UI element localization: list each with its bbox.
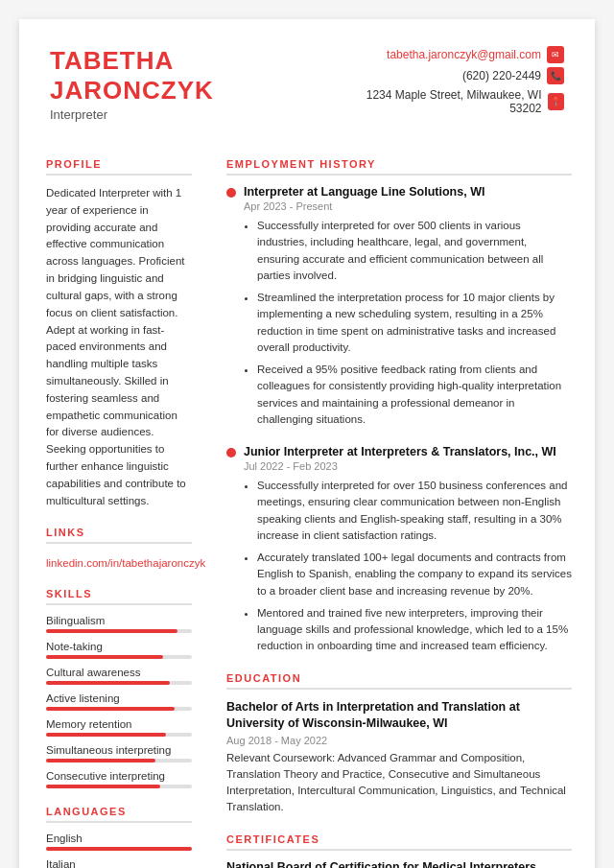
skill-item: Simultaneous interpreting — [46, 744, 192, 762]
email-icon: ✉ — [547, 46, 564, 63]
skill-bar-bg — [46, 785, 192, 788]
address-row: 1234 Maple Street, Milwaukee, WI 53202 📍 — [337, 88, 564, 115]
email-link[interactable]: tabetha.jaronczyk@gmail.com — [387, 48, 541, 61]
job-title: Interpreter — [50, 107, 337, 122]
linkedin-link[interactable]: linkedin.com/in/tabethajaronczyk — [46, 557, 205, 569]
email-row: tabetha.jaronczyk@gmail.com ✉ — [337, 46, 564, 63]
skill-item: Bilingualism — [46, 615, 192, 633]
skill-bar-bg — [46, 629, 192, 633]
skill-name: Consecutive interpreting — [46, 770, 192, 782]
job-entry: Junior Interpreter at Interpreters & Tra… — [226, 445, 572, 655]
skill-bar-fill — [46, 655, 163, 659]
degree-title: Bachelor of Arts in Interpretation and T… — [226, 699, 572, 733]
skill-bar-bg — [46, 733, 192, 737]
job-entry: Interpreter at Language Line Solutions, … — [226, 185, 572, 428]
skill-name: Note-taking — [46, 641, 192, 652]
skill-item: Memory retention — [46, 718, 192, 737]
job-header: Junior Interpreter at Interpreters & Tra… — [226, 445, 572, 458]
language-name: Italian — [46, 858, 192, 868]
job-dates: Jul 2022 - Feb 2023 — [244, 460, 572, 472]
language-item: English — [46, 833, 192, 851]
profile-section-title: PROFILE — [46, 158, 192, 176]
bullet-item: Successfully interpreted for over 500 cl… — [257, 218, 572, 284]
resume-container: TABETHA JARONCZYK Interpreter tabetha.ja… — [19, 19, 595, 868]
languages-section-title: LANGUAGES — [46, 806, 192, 823]
job-dates: Apr 2023 - Present — [244, 200, 572, 212]
skill-bar-fill — [46, 785, 160, 788]
jobs-list: Interpreter at Language Line Solutions, … — [226, 185, 572, 655]
phone-icon: 📞 — [547, 67, 564, 84]
job-header: Interpreter at Language Line Solutions, … — [226, 185, 572, 199]
skill-name: Cultural awareness — [46, 667, 192, 678]
skill-item: Active listening — [46, 692, 192, 711]
language-item: Italian — [46, 858, 192, 868]
bullet-item: Received a 95% positive feedback rating … — [257, 362, 572, 428]
education-section: Bachelor of Arts in Interpretation and T… — [226, 699, 572, 816]
education-section-title: EDUCATION — [226, 672, 572, 690]
job-title-text: Junior Interpreter at Interpreters & Tra… — [244, 445, 556, 458]
job-bullets: Successfully interpreted for over 500 cl… — [244, 218, 572, 428]
links-section: linkedin.com/in/tabethajaronczyk — [46, 553, 192, 571]
skill-item: Consecutive interpreting — [46, 770, 192, 788]
skill-bar-fill — [46, 733, 166, 737]
phone-text: (620) 220-2449 — [462, 69, 541, 82]
address-text: 1234 Maple Street, Milwaukee, WI 53202 — [337, 88, 541, 115]
skill-name: Active listening — [46, 692, 192, 704]
language-bar-bg — [46, 847, 192, 851]
header-right: tabetha.jaronczyk@gmail.com ✉ (620) 220-… — [337, 46, 564, 119]
skill-bar-bg — [46, 655, 192, 659]
skill-bar-fill — [46, 759, 155, 762]
language-name: English — [46, 833, 192, 844]
full-name: TABETHA JARONCZYK — [50, 46, 337, 106]
profile-text: Dedicated Interpreter with 1 year of exp… — [46, 185, 192, 509]
right-column: EMPLOYMENT HISTORY Interpreter at Langua… — [211, 141, 595, 868]
skill-bar-bg — [46, 681, 192, 685]
edu-coursework: Relevant Coursework: Advanced Grammar an… — [226, 750, 572, 816]
skill-bar-fill — [46, 707, 175, 711]
phone-row: (620) 220-2449 📞 — [337, 67, 564, 84]
job-dot — [226, 188, 236, 198]
skill-bar-fill — [46, 681, 170, 685]
location-icon: 📍 — [548, 93, 565, 110]
skill-name: Simultaneous interpreting — [46, 744, 192, 756]
left-column: PROFILE Dedicated Interpreter with 1 yea… — [19, 141, 211, 868]
skill-bar-fill — [46, 629, 177, 633]
skill-name: Memory retention — [46, 718, 192, 730]
job-title-text: Interpreter at Language Line Solutions, … — [244, 185, 484, 199]
links-section-title: LINKS — [46, 527, 192, 544]
skill-item: Note-taking — [46, 641, 192, 659]
skill-name: Bilingualism — [46, 615, 192, 626]
certificates-list: National Board of Certification for Medi… — [226, 860, 572, 869]
header-left: TABETHA JARONCZYK Interpreter — [50, 46, 337, 122]
skills-list: Bilingualism Note-taking Cultural awaren… — [46, 615, 192, 788]
bullet-item: Streamlined the interpretation process f… — [257, 290, 572, 356]
skill-bar-bg — [46, 707, 192, 711]
bullet-item: Mentored and trained five new interprete… — [257, 605, 572, 655]
skill-item: Cultural awareness — [46, 667, 192, 685]
body: PROFILE Dedicated Interpreter with 1 yea… — [19, 141, 595, 868]
employment-section-title: EMPLOYMENT HISTORY — [226, 158, 572, 176]
job-bullets: Successfully interpreted for over 150 bu… — [244, 478, 572, 655]
skill-bar-bg — [46, 759, 192, 762]
bullet-item: Accurately translated 100+ legal documen… — [257, 550, 572, 599]
certificate-item: National Board of Certification for Medi… — [226, 860, 572, 869]
edu-dates: Aug 2018 - May 2022 — [226, 735, 572, 746]
language-bar-fill — [46, 847, 192, 851]
job-dot — [226, 448, 236, 457]
languages-list: English Italian — [46, 833, 192, 868]
bullet-item: Successfully interpreted for over 150 bu… — [257, 478, 572, 544]
skills-section-title: SKILLS — [46, 588, 192, 605]
header: TABETHA JARONCZYK Interpreter tabetha.ja… — [19, 19, 595, 141]
certificates-section-title: CERTIFICATES — [226, 833, 572, 851]
cert-name: National Board of Certification for Medi… — [226, 860, 572, 869]
